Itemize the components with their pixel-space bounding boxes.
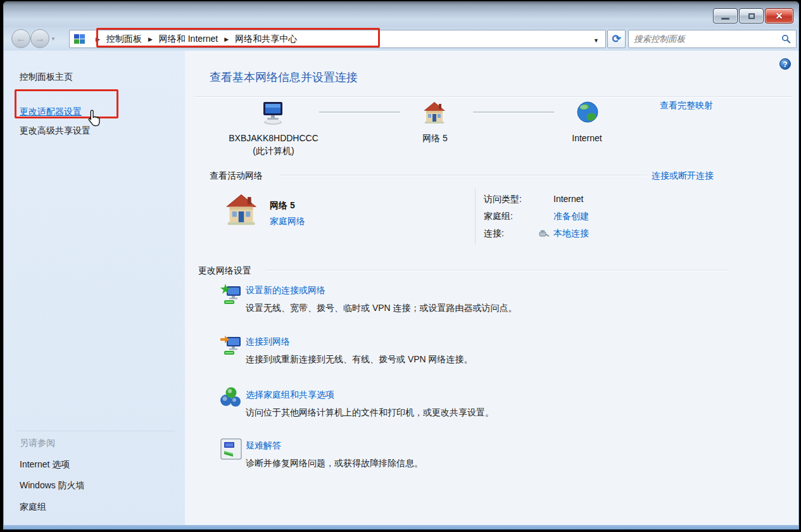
see-also-header: 另请参阅 bbox=[20, 438, 55, 449]
map-connection-line bbox=[319, 111, 400, 113]
sidebar-item-change-advanced-sharing[interactable]: 更改高级共享设置 bbox=[20, 125, 91, 137]
network-house-icon[interactable] bbox=[422, 101, 446, 124]
refresh-icon: ⟳ bbox=[612, 33, 621, 45]
window-bottom-border bbox=[4, 525, 798, 529]
search-box bbox=[628, 30, 797, 48]
screenshot-stage: ✕ ← → ▼ ▶ 控制面板 ▶ 网络和 Inte bbox=[0, 0, 801, 532]
computer-note-label: (此计算机) bbox=[210, 146, 337, 157]
search-input[interactable] bbox=[634, 32, 773, 46]
map-internet-label: Internet bbox=[546, 133, 628, 143]
search-icon bbox=[781, 34, 791, 44]
mouse-cursor-hand-icon bbox=[86, 109, 103, 128]
divider bbox=[194, 96, 792, 98]
setup-new-connection-desc: 设置无线、宽带、拨号、临时或 VPN 连接；或设置路由器或访问点。 bbox=[246, 303, 517, 314]
annotation-box-breadcrumb bbox=[96, 28, 380, 48]
connect-disconnect-link[interactable]: 连接或断开连接 bbox=[652, 170, 714, 182]
minimize-button[interactable] bbox=[713, 8, 738, 23]
sidebar-item-internet-options[interactable]: Internet 选项 bbox=[20, 459, 70, 471]
connection-label: 连接: bbox=[484, 228, 504, 239]
annotation-box-adapter-settings bbox=[15, 89, 118, 118]
internet-globe-icon[interactable] bbox=[576, 101, 599, 124]
refresh-button[interactable]: ⟳ bbox=[607, 30, 626, 48]
map-network-label: 网络 5 bbox=[394, 133, 476, 144]
title-bar: ✕ bbox=[4, 1, 798, 27]
access-type-label: 访问类型: bbox=[484, 194, 522, 205]
new-connection-icon[interactable] bbox=[220, 284, 242, 307]
window-controls: ✕ bbox=[712, 8, 793, 23]
local-connection-link[interactable]: 本地连接 bbox=[553, 228, 589, 239]
explorer-window: ✕ ← → ▼ ▶ 控制面板 ▶ 网络和 Inte bbox=[3, 1, 799, 529]
divider bbox=[280, 175, 647, 176]
troubleshoot-icon[interactable] bbox=[220, 438, 242, 460]
forward-icon: → bbox=[35, 33, 45, 44]
change-settings-header: 更改网络设置 bbox=[198, 265, 251, 277]
close-icon: ✕ bbox=[776, 11, 783, 21]
close-button[interactable]: ✕ bbox=[765, 8, 793, 23]
recent-pages-dropdown[interactable]: ▼ bbox=[51, 36, 56, 42]
homegroup-label: 家庭组: bbox=[484, 211, 513, 222]
help-icon: ? bbox=[783, 60, 787, 69]
access-type-value: Internet bbox=[553, 194, 583, 204]
computer-icon[interactable] bbox=[260, 101, 286, 125]
computer-name-label: BXBJAKK8HDDHCCC bbox=[210, 133, 337, 143]
main-panel: ? 查看基本网络信息并设置连接 BXBJAKK8 bbox=[185, 51, 799, 525]
sidebar-item-homegroup[interactable]: 家庭组 bbox=[20, 502, 46, 513]
back-button[interactable]: ← bbox=[11, 29, 30, 48]
page-title: 查看基本网络信息并设置连接 bbox=[210, 70, 358, 85]
divider bbox=[266, 270, 728, 271]
address-dropdown-icon[interactable]: ▼ bbox=[593, 37, 599, 44]
homegroup-options-desc: 访问位于其他网络计算机上的文件和打印机，或更改共享设置。 bbox=[246, 407, 494, 419]
forward-button[interactable]: → bbox=[30, 29, 49, 48]
back-icon: ← bbox=[16, 33, 26, 44]
map-connection-line bbox=[473, 111, 554, 113]
troubleshoot-link[interactable]: 疑难解答 bbox=[246, 440, 281, 452]
control-panel-icon bbox=[74, 34, 85, 44]
homegroup-options-link[interactable]: 选择家庭组和共享选项 bbox=[246, 390, 334, 401]
setup-new-connection-link[interactable]: 设置新的连接或网络 bbox=[246, 285, 325, 296]
connect-to-network-desc: 连接到或重新连接到无线、有线、拨号或 VPN 网络连接。 bbox=[246, 354, 473, 365]
view-full-map-link[interactable]: 查看完整映射 bbox=[660, 100, 713, 111]
connect-to-network-icon[interactable] bbox=[220, 334, 242, 357]
minimize-icon bbox=[721, 18, 729, 20]
chevron-down-icon: ▼ bbox=[51, 36, 56, 42]
maximize-icon bbox=[748, 13, 755, 19]
homegroup-sharing-icon[interactable] bbox=[219, 386, 242, 408]
maximize-button[interactable] bbox=[739, 8, 764, 23]
active-networks-header: 查看活动网络 bbox=[210, 170, 263, 182]
divider bbox=[475, 189, 476, 244]
active-network-name: 网络 5 bbox=[270, 200, 295, 212]
active-network-house-icon[interactable] bbox=[224, 193, 258, 226]
help-button[interactable]: ? bbox=[779, 58, 791, 70]
sidebar-item-control-panel-home[interactable]: 控制面板主页 bbox=[20, 72, 73, 83]
divider bbox=[15, 431, 175, 431]
sidebar-item-windows-firewall[interactable]: Windows 防火墙 bbox=[20, 480, 85, 491]
network-type-link[interactable]: 家庭网络 bbox=[270, 216, 305, 227]
connect-to-network-link[interactable]: 连接到网络 bbox=[246, 336, 290, 348]
troubleshoot-desc: 诊断并修复网络问题，或获得故障排除信息。 bbox=[246, 458, 423, 469]
ethernet-cable-icon bbox=[537, 229, 550, 238]
content-area: 控制面板主页 更改适配器设置 更改高级共享设置 另请参阅 Internet 选项… bbox=[4, 51, 798, 525]
homegroup-ready-link[interactable]: 准备创建 bbox=[553, 211, 589, 222]
